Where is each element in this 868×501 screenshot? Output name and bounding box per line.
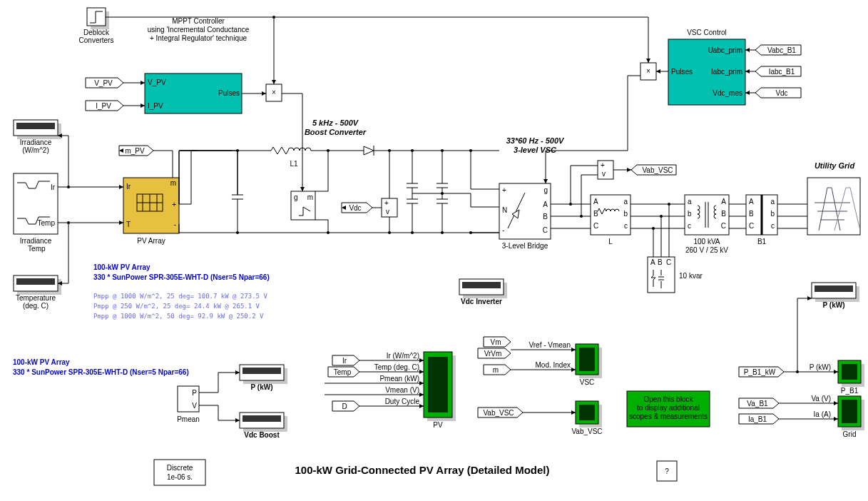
from-tag-ipv[interactable]: I_PV <box>86 101 123 111</box>
svg-text:+: + <box>502 186 506 194</box>
svg-text:Va_B1: Va_B1 <box>747 400 768 408</box>
svg-text:Ia_B1: Ia_B1 <box>748 415 767 423</box>
svg-text:T: T <box>126 221 131 228</box>
svg-text:?: ? <box>665 467 669 475</box>
from-tag-va-b1[interactable]: Va_B1 <box>739 398 779 408</box>
scope-temperature[interactable]: Temperature(deg. C) <box>14 275 61 310</box>
boost-igbt-block[interactable]: gm <box>291 191 315 220</box>
svg-marker-225 <box>834 401 838 405</box>
svg-text:Ir: Ir <box>51 183 56 191</box>
scope-irradiance[interactable]: Irradiance(W/m^2) <box>14 120 61 154</box>
from-tag-temp[interactable]: Temp <box>328 367 359 377</box>
vdc-measurement[interactable]: +v <box>382 198 397 217</box>
svg-text:Irradiance Temp: Irradiance Temp <box>20 237 52 253</box>
svg-point-43 <box>67 221 70 224</box>
svg-rect-148 <box>807 178 860 235</box>
scope-vdc-boost[interactable]: Vdc Boost <box>240 413 287 439</box>
svg-text:Duty Cycle: Duty Cycle <box>385 398 420 405</box>
dc-link-caps[interactable] <box>407 151 448 233</box>
scope-vab-vsc-green[interactable]: Vab_VSC <box>571 401 602 435</box>
from-tag-ia-b1[interactable]: Ia_B1 <box>739 414 779 424</box>
mppt-controller-block[interactable]: V_PV I_PV Pulses <box>145 74 242 113</box>
svg-text:Vab_VSC: Vab_VSC <box>571 427 602 435</box>
goto-tag-vab-vsc[interactable]: Vab_VSC <box>631 165 676 175</box>
inductor-L1[interactable]: L1 <box>271 147 311 168</box>
svg-marker-25 <box>272 80 276 84</box>
from-tag-d[interactable]: D <box>332 401 359 411</box>
pv-info-text-1: 100-kW PV Array 330 * SunPower SPR-305E-… <box>93 263 270 281</box>
svg-text:a: a <box>770 198 775 206</box>
scope-vdc-inverter[interactable]: Vdc Inverter <box>459 279 507 305</box>
svg-point-85 <box>441 231 444 234</box>
transformer-block[interactable]: abc ABC 100 kVA260 V / 25 kV <box>685 195 729 254</box>
from-tag-ir[interactable]: Ir <box>332 355 359 365</box>
mppt-out-pulses: Pulses <box>218 89 240 97</box>
pmean-block[interactable]: P V Pmean <box>177 386 200 423</box>
svg-marker-6 <box>141 103 145 108</box>
kvar-block[interactable]: ABC 10 kvar <box>648 257 703 293</box>
svg-text:b: b <box>623 210 628 218</box>
powergui-block[interactable]: Discrete1e-06 s. <box>154 460 205 485</box>
svg-text:+: + <box>384 199 389 207</box>
goto-tag-vdc[interactable]: Vdc <box>342 203 372 213</box>
product-block-mppt[interactable]: × <box>266 84 282 101</box>
from-tag-pb1kw[interactable]: P_B1_kW <box>739 367 784 377</box>
from-tag-iabc-b1[interactable]: Iabc_B1 <box>755 66 801 76</box>
simulink-model-canvas[interactable]: DeblockConverters MPPT Controllerusing '… <box>0 0 868 501</box>
svg-rect-211 <box>842 364 857 380</box>
svg-rect-194 <box>579 348 595 371</box>
svg-marker-227 <box>834 417 838 421</box>
svg-text:A: A <box>543 201 548 208</box>
svg-marker-174 <box>235 418 240 422</box>
pv-cap[interactable] <box>232 151 243 233</box>
svg-point-82 <box>411 149 414 152</box>
deblock-step-block[interactable]: DeblockConverters <box>79 8 114 44</box>
svg-text:C: C <box>543 226 548 234</box>
from-tag-vab-vsc-2[interactable]: Vab_VSC <box>478 408 523 418</box>
pv-array-block[interactable]: Ir T m + - PV Array <box>123 178 179 245</box>
pv-info-text-2: 100-kW PV Array 330 * SunPower SPR-305E-… <box>13 358 189 376</box>
svg-text:c: c <box>688 222 691 230</box>
product-block-vsc[interactable]: × <box>640 63 656 80</box>
svg-marker-18 <box>656 69 660 74</box>
svg-text:a: a <box>623 198 628 206</box>
pv-array-label: PV Array <box>137 237 165 245</box>
l-filter-block[interactable]: ABC abc L <box>591 195 630 246</box>
svg-point-119 <box>569 203 572 206</box>
three-level-bridge-block[interactable]: g A B C + N - 3-Level Bridge <box>499 183 551 250</box>
scope-pkw-bottom[interactable]: P (kW) <box>240 365 287 391</box>
svg-marker-187 <box>419 381 424 385</box>
svg-text:m: m <box>307 193 313 201</box>
svg-marker-39 <box>119 185 123 189</box>
open-scopes-note-block[interactable]: Open this blockto display additionalscop… <box>627 391 710 427</box>
svg-rect-155 <box>815 285 853 292</box>
from-tag-vdc[interactable]: Vdc <box>755 88 801 98</box>
svg-text:VrVm: VrVm <box>484 350 502 358</box>
svg-point-87 <box>327 231 330 234</box>
boost-diode[interactable] <box>364 146 374 156</box>
from-tag-vabc-b1[interactable]: Vabc_B1 <box>755 45 801 55</box>
from-tag-vm[interactable]: Vm <box>484 337 511 347</box>
scope-pv-green[interactable]: PV <box>424 352 456 429</box>
utility-grid-block[interactable] <box>807 178 860 235</box>
svg-text:Temp (deg. C): Temp (deg. C) <box>374 363 419 371</box>
svg-text:P (kW): P (kW) <box>810 363 831 371</box>
goto-tag-mpv[interactable]: m_PV <box>119 146 153 156</box>
signal-builder-irr-temp[interactable]: Ir Temp Irradiance Temp <box>14 173 58 253</box>
svg-marker-215 <box>834 370 838 374</box>
b1-bus-block[interactable]: ABC abc B1 <box>746 195 777 246</box>
svg-text:Vref - Vmean: Vref - Vmean <box>529 341 571 349</box>
scope-pkw-right[interactable]: P (kW) <box>812 283 859 309</box>
scope-grid-green[interactable]: Grid <box>838 396 864 438</box>
vsc-control-block[interactable]: VSC Control Pulses Uabc_prim Iabc_prim V… <box>668 29 745 105</box>
svg-text:b: b <box>688 210 692 218</box>
svg-text:m: m <box>170 179 176 187</box>
from-tag-vpv[interactable]: V_PV <box>86 78 123 88</box>
from-tag-vrvm[interactable]: VrVm <box>478 348 511 358</box>
vab-vsc-measurement[interactable]: +v <box>598 161 613 179</box>
scope-vsc-green[interactable]: VSC <box>576 344 602 386</box>
help-block[interactable]: ? <box>657 461 677 481</box>
svg-marker-185 <box>419 370 424 374</box>
from-tag-m[interactable]: m <box>484 365 511 375</box>
scope-pb1-green[interactable]: P_B1 <box>838 360 864 395</box>
